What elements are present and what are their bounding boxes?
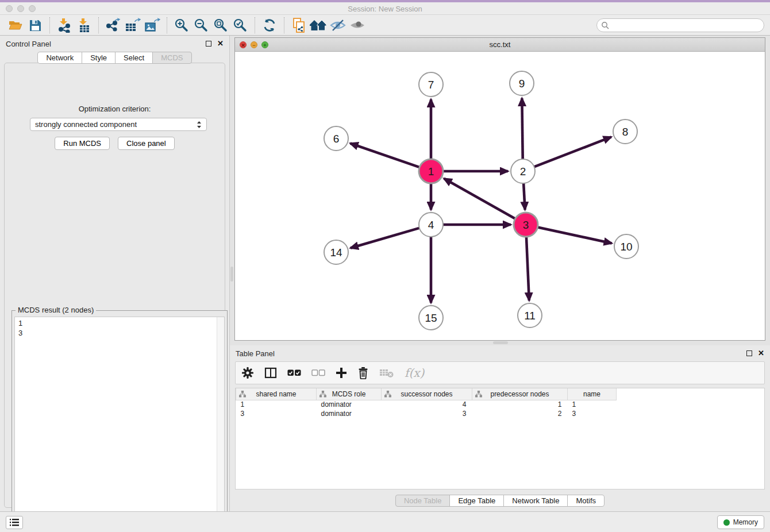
- graph-node-10[interactable]: 10: [614, 234, 638, 259]
- table-row[interactable]: 3dominator323: [236, 409, 765, 418]
- table-row[interactable]: 1dominator411: [236, 400, 765, 409]
- graph-node-8[interactable]: 8: [613, 119, 637, 144]
- graph-node-2[interactable]: 2: [511, 159, 535, 183]
- network-window-titlebar[interactable]: ✕ − + scc.txt: [235, 38, 765, 52]
- tab-mcds[interactable]: MCDS: [152, 52, 191, 64]
- graph-node-6[interactable]: 6: [324, 126, 348, 151]
- export-table-icon[interactable]: [123, 17, 143, 34]
- add-column-icon[interactable]: [336, 367, 347, 379]
- graph-edge-2-3[interactable]: [523, 183, 525, 210]
- zoom-fit-icon[interactable]: [211, 17, 230, 34]
- mcds-panel: Optimization criterion: strongly connect…: [4, 63, 225, 508]
- graph-edge-3-1[interactable]: [444, 179, 515, 219]
- close-panel-button[interactable]: Close panel: [118, 137, 175, 150]
- select-all-checkboxes-icon[interactable]: [287, 369, 301, 377]
- column-header-successor-nodes[interactable]: successor nodes: [382, 388, 472, 400]
- tab-style[interactable]: Style: [82, 52, 116, 64]
- table-header-row: shared nameMCDS rolesuccessor nodesprede…: [236, 388, 765, 400]
- run-mcds-button[interactable]: Run MCDS: [55, 137, 110, 150]
- control-panel-tabs: NetworkStyleSelectMCDS: [0, 52, 229, 64]
- float-table-panel-icon[interactable]: [746, 350, 752, 356]
- export-image-icon[interactable]: [143, 17, 162, 34]
- network-view-window: ✕ − + scc.txt 7968124314101511: [234, 37, 765, 341]
- vertical-splitter-grip[interactable]: [230, 267, 233, 282]
- deselect-all-checkboxes-icon[interactable]: [311, 369, 325, 377]
- mcds-result-title: MCDS result (2 nodes): [16, 306, 96, 314]
- function-builder-icon: f(x): [405, 366, 424, 380]
- table-tab-network-table[interactable]: Network Table: [503, 495, 568, 507]
- graph-edge-1-6[interactable]: [351, 143, 420, 167]
- graph-node-1[interactable]: 1: [419, 159, 443, 183]
- column-header-MCDS-role[interactable]: MCDS role: [317, 388, 382, 400]
- window-title: Session: New Session: [0, 5, 770, 13]
- svg-text:15: 15: [425, 312, 437, 324]
- memory-label: Memory: [733, 518, 758, 526]
- result-scrollbar[interactable]: [217, 317, 224, 526]
- svg-text:8: 8: [622, 126, 629, 138]
- graph-node-3[interactable]: 3: [514, 213, 538, 237]
- task-history-button[interactable]: [6, 516, 23, 529]
- graph-node-14[interactable]: 14: [324, 240, 348, 264]
- graph-node-7[interactable]: 7: [419, 72, 443, 97]
- toolbar-separator: [167, 17, 167, 33]
- table-tab-node-table[interactable]: Node Table: [395, 495, 451, 507]
- save-session-icon[interactable]: [25, 17, 45, 34]
- graph-node-9[interactable]: 9: [510, 71, 534, 95]
- table-panel-title: Table Panel: [236, 349, 746, 358]
- graph-edge-3-10[interactable]: [538, 227, 612, 243]
- network-canvas[interactable]: 7968124314101511: [235, 52, 765, 340]
- svg-text:7: 7: [428, 79, 434, 91]
- delete-table-icon: [379, 368, 394, 378]
- clone-network-icon[interactable]: [289, 17, 309, 34]
- close-panel-icon[interactable]: ✕: [217, 41, 224, 47]
- toolbar-separator: [255, 17, 255, 33]
- graph-edge-2-9[interactable]: [522, 98, 522, 159]
- criterion-select[interactable]: strongly connected component: [30, 118, 207, 131]
- graph-node-4[interactable]: 4: [419, 213, 443, 237]
- app-titlebar: Session: New Session: [0, 2, 770, 15]
- svg-text:2: 2: [520, 165, 526, 178]
- table-toolbar: f(x): [235, 361, 765, 384]
- zoom-out-icon[interactable]: [191, 17, 211, 34]
- refresh-view-icon[interactable]: [260, 17, 279, 34]
- tab-network[interactable]: Network: [37, 52, 82, 64]
- delete-column-icon[interactable]: [357, 367, 369, 379]
- table-panel: Table Panel ✕: [230, 345, 770, 511]
- graph-edge-2-8[interactable]: [534, 137, 611, 167]
- zoom-selected-icon[interactable]: [230, 17, 250, 34]
- export-network-icon[interactable]: [103, 17, 123, 34]
- graph-edge-4-14[interactable]: [351, 228, 419, 248]
- column-layout-icon[interactable]: [264, 367, 277, 379]
- column-header-name[interactable]: name: [568, 388, 617, 400]
- graph-node-15[interactable]: 15: [419, 306, 443, 330]
- column-header-shared-name[interactable]: shared name: [236, 388, 317, 400]
- home-views-icon[interactable]: [309, 17, 328, 34]
- close-table-panel-icon[interactable]: ✕: [758, 350, 764, 356]
- import-table-icon[interactable]: [74, 17, 94, 34]
- node-table: shared nameMCDS rolesuccessor nodesprede…: [235, 388, 765, 489]
- memory-button[interactable]: Memory: [717, 515, 764, 529]
- tab-select[interactable]: Select: [115, 52, 153, 64]
- open-session-icon[interactable]: [6, 17, 25, 34]
- svg-text:10: 10: [620, 241, 632, 253]
- show-hidden-eye-icon[interactable]: [348, 17, 367, 34]
- hide-selected-eye-icon[interactable]: [328, 17, 348, 34]
- zoom-in-icon[interactable]: [172, 17, 191, 34]
- search-field: [596, 18, 764, 32]
- control-panel: Control Panel ✕ NetworkStyleSelectMCDS O…: [0, 36, 230, 511]
- column-header-predecessor-nodes[interactable]: predecessor nodes: [472, 388, 568, 400]
- settings-gear-icon[interactable]: [241, 367, 254, 379]
- horizontal-splitter-grip[interactable]: [493, 341, 508, 344]
- search-input[interactable]: [596, 18, 764, 32]
- control-panel-title: Control Panel: [6, 40, 206, 48]
- table-tab-motifs[interactable]: Motifs: [567, 495, 605, 507]
- search-icon: [601, 21, 609, 29]
- column-type-icon: [239, 391, 246, 399]
- mcds-result-text[interactable]: 13: [14, 317, 225, 526]
- float-panel-icon[interactable]: [206, 41, 211, 47]
- graph-node-11[interactable]: 11: [518, 303, 542, 327]
- table-tab-edge-table[interactable]: Edge Table: [449, 495, 504, 507]
- import-network-icon[interactable]: [55, 17, 74, 34]
- table-body: 1dominator4113dominator323: [236, 400, 765, 418]
- graph-edge-3-11[interactable]: [526, 237, 529, 300]
